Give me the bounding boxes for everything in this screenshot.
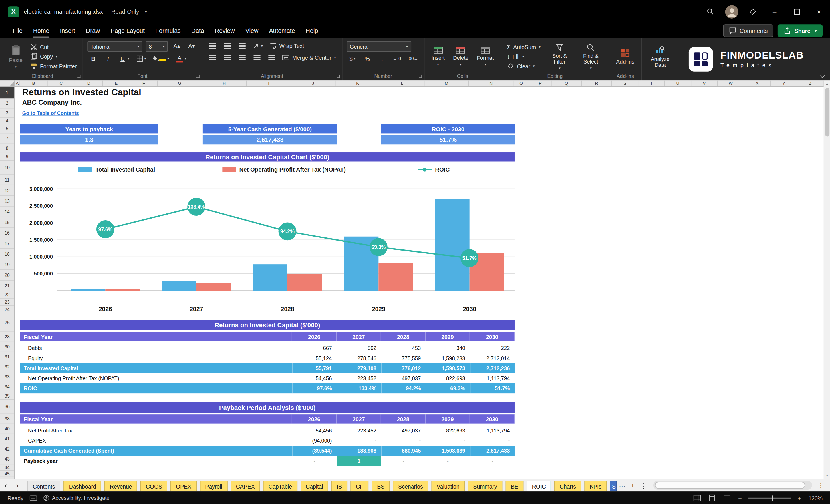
row-header-45[interactable]: 45	[0, 471, 14, 477]
column-header-I[interactable]: I	[247, 81, 291, 86]
value-cell[interactable]: 222	[470, 343, 514, 353]
row-header-34[interactable]: 34	[0, 382, 14, 392]
more-sheets-button[interactable]: ⋯	[617, 481, 628, 492]
horizontal-scroll-thumb[interactable]	[655, 482, 805, 489]
align-top-button[interactable]	[206, 41, 218, 51]
value-cell[interactable]: 97.6%	[292, 383, 337, 393]
shrink-font-button[interactable]: A▾	[186, 41, 198, 51]
sheet-tab-revenue[interactable]: Revenue	[104, 481, 137, 492]
row-header-35[interactable]: 35	[0, 392, 14, 400]
font-color-button[interactable]: A ▾	[174, 54, 188, 63]
value-cell[interactable]: 822,693	[425, 373, 470, 383]
row-label-cell[interactable]: Payback year	[20, 456, 292, 466]
sheet-tab-roic[interactable]: ROIC	[526, 481, 551, 492]
column-header-S[interactable]: S	[612, 81, 639, 86]
excel-app-icon[interactable]: X	[8, 6, 19, 17]
row-header-25[interactable]: 25	[0, 314, 14, 332]
analyze-data-button[interactable]: Analyze Data	[646, 41, 674, 72]
value-cell[interactable]: 2,712,236	[470, 363, 514, 373]
scroll-down-icon[interactable]: ▼	[825, 472, 829, 478]
table-column-header[interactable]: 2026	[292, 332, 337, 341]
tabs-scroll-right-button[interactable]: ›	[12, 479, 24, 492]
row-label-cell[interactable]: Net Operating Profit After Tax (NOPAT)	[20, 373, 292, 383]
orientation-button[interactable]: ▾	[251, 41, 264, 51]
value-cell[interactable]: 1,113,794	[470, 426, 514, 436]
row-header-40[interactable]: 40	[0, 424, 14, 434]
row-label-cell[interactable]: Net Profit After Tax	[20, 426, 292, 436]
decrease-decimal-button[interactable]: .00→	[406, 54, 420, 63]
normal-view-button[interactable]	[693, 494, 702, 502]
value-cell[interactable]: -	[425, 456, 470, 466]
number-format-select[interactable]: General▾	[347, 41, 411, 52]
row-label-cell[interactable]: CAPEX	[20, 436, 292, 446]
minimize-button[interactable]: –	[763, 0, 786, 23]
menu-insert[interactable]: Insert	[55, 23, 81, 38]
paste-button[interactable]: Paste ▾	[6, 41, 25, 72]
value-cell[interactable]: -	[470, 436, 514, 446]
menu-view[interactable]: View	[240, 23, 264, 38]
row-header-8[interactable]: 8	[0, 144, 14, 153]
menu-page-layout[interactable]: Page Layout	[105, 23, 150, 38]
value-cell[interactable]: 340	[425, 343, 470, 353]
menu-file[interactable]: File	[7, 23, 28, 38]
font-size-select[interactable]: 8▾	[146, 41, 168, 52]
value-cell[interactable]: 1	[337, 456, 381, 466]
value-cell[interactable]: 1,113,794	[470, 373, 514, 383]
sort-filter-button[interactable]: Sort & Filter ▾	[545, 41, 574, 72]
column-header-U[interactable]: U	[665, 81, 692, 86]
value-cell[interactable]: 776,012	[381, 363, 425, 373]
row-header-5[interactable]: 5	[0, 124, 14, 133]
value-cell[interactable]: 453	[381, 343, 425, 353]
column-header-H[interactable]: H	[202, 81, 247, 86]
sheet-options-button[interactable]: ⋮	[638, 481, 649, 492]
row-header-3[interactable]: 3	[0, 108, 14, 117]
number-dialog-launcher[interactable]	[419, 75, 422, 78]
column-header-Q[interactable]: Q	[552, 81, 582, 86]
column-header-N[interactable]: N	[469, 81, 513, 86]
increase-decimal-button[interactable]: ←.0	[391, 54, 403, 63]
value-cell[interactable]: 279,108	[337, 363, 381, 373]
font-family-select[interactable]: Tahoma▾	[87, 41, 142, 52]
value-cell[interactable]: 822,693	[425, 426, 470, 436]
italic-button[interactable]: I	[102, 54, 114, 63]
column-header-F[interactable]: F	[130, 81, 158, 86]
column-header-B[interactable]: B	[20, 81, 47, 86]
table-column-header[interactable]: 2030	[470, 332, 514, 341]
row-header-2[interactable]: 2	[0, 98, 14, 108]
column-header-P[interactable]: P	[530, 81, 552, 86]
row-label-cell[interactable]: Total Invested Capital	[20, 363, 292, 373]
row-header-18[interactable]: 18	[0, 249, 14, 259]
tabs-scroll-left-button[interactable]: ‹	[0, 479, 12, 492]
sheet-tab-cogs[interactable]: COGS	[140, 481, 167, 492]
row-header-22[interactable]: 22	[0, 291, 14, 298]
value-cell[interactable]: 562	[337, 343, 381, 353]
row-header-41[interactable]: 41	[0, 434, 14, 444]
scroll-up-icon[interactable]: ▲	[825, 81, 829, 87]
row-header-9[interactable]: 9	[0, 153, 14, 161]
row-header-19[interactable]: 19	[0, 259, 14, 270]
vertical-scroll-thumb[interactable]	[825, 88, 829, 136]
sheet-tab-is[interactable]: IS	[331, 481, 347, 492]
wrap-text-button[interactable]: Wrap Text	[268, 41, 306, 50]
value-cell[interactable]: -	[470, 456, 514, 466]
table-column-header[interactable]: Fiscal Year	[20, 332, 292, 341]
merge-center-button[interactable]: Merge & Center ▾	[281, 53, 338, 62]
value-cell[interactable]: 55,791	[292, 363, 337, 373]
sheet-tab-be[interactable]: BE	[505, 481, 523, 492]
currency-format-button[interactable]: $▾	[347, 54, 358, 63]
autosum-button[interactable]: ΣAutoSum▾	[505, 43, 542, 52]
clipboard-dialog-launcher[interactable]	[77, 75, 81, 78]
horizontal-scrollbar[interactable]	[653, 481, 812, 490]
row-header-21[interactable]: 21	[0, 281, 14, 291]
comma-format-button[interactable]: ,	[376, 54, 388, 63]
table-column-header[interactable]: Fiscal Year	[20, 414, 292, 423]
copy-button[interactable]: Copy ▾	[28, 52, 78, 61]
column-header-J[interactable]: J	[291, 81, 336, 86]
value-cell[interactable]: 667	[292, 343, 337, 353]
vertical-scrollbar[interactable]: ▲ ▼	[824, 81, 830, 478]
table-column-header[interactable]: 2027	[337, 414, 381, 423]
column-header-L[interactable]: L	[380, 81, 424, 86]
account-button[interactable]	[721, 0, 742, 23]
alignment-dialog-launcher[interactable]	[337, 75, 340, 78]
increase-indent-button[interactable]	[266, 53, 278, 62]
